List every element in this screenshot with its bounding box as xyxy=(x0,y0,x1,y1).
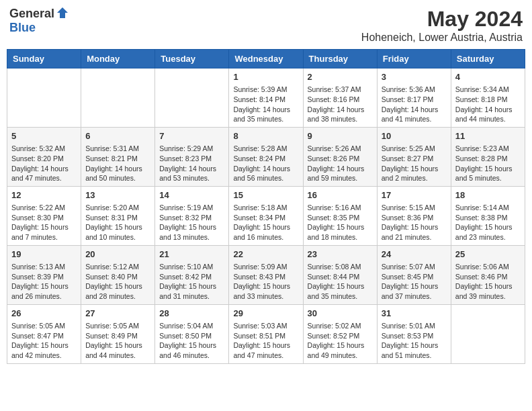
day-number: 6 xyxy=(85,130,150,142)
calendar-cell xyxy=(451,304,525,363)
day-info: Sunrise: 5:15 AM Sunset: 8:36 PM Dayligh… xyxy=(382,203,447,242)
logo: General Blue xyxy=(9,7,69,35)
calendar-week-4: 19Sunrise: 5:13 AM Sunset: 8:39 PM Dayli… xyxy=(7,245,525,304)
calendar-cell: 11Sunrise: 5:23 AM Sunset: 8:28 PM Dayli… xyxy=(451,127,525,186)
calendar-cell: 17Sunrise: 5:15 AM Sunset: 8:36 PM Dayli… xyxy=(377,186,451,245)
calendar-cell: 2Sunrise: 5:37 AM Sunset: 8:16 PM Daylig… xyxy=(303,68,377,128)
page-header: General Blue May 2024 Hoheneich, Lower A… xyxy=(7,7,525,44)
calendar-cell: 8Sunrise: 5:28 AM Sunset: 8:24 PM Daylig… xyxy=(229,127,303,186)
day-number: 4 xyxy=(455,71,521,83)
day-info: Sunrise: 5:20 AM Sunset: 8:31 PM Dayligh… xyxy=(85,203,150,242)
day-number: 19 xyxy=(11,248,77,261)
day-info: Sunrise: 5:31 AM Sunset: 8:21 PM Dayligh… xyxy=(85,144,150,183)
calendar-cell: 22Sunrise: 5:09 AM Sunset: 8:43 PM Dayli… xyxy=(229,245,303,304)
day-number: 26 xyxy=(11,308,77,320)
day-info: Sunrise: 5:39 AM Sunset: 8:14 PM Dayligh… xyxy=(233,85,298,124)
day-number: 16 xyxy=(308,189,373,201)
svg-marker-0 xyxy=(57,7,68,18)
day-number: 14 xyxy=(159,189,224,201)
calendar-cell: 3Sunrise: 5:36 AM Sunset: 8:17 PM Daylig… xyxy=(377,68,451,128)
day-number: 21 xyxy=(159,248,224,261)
day-number: 20 xyxy=(85,248,150,261)
day-info: Sunrise: 5:08 AM Sunset: 8:44 PM Dayligh… xyxy=(308,262,373,302)
day-number: 27 xyxy=(85,308,150,320)
day-info: Sunrise: 5:32 AM Sunset: 8:20 PM Dayligh… xyxy=(11,144,77,183)
calendar-cell: 1Sunrise: 5:39 AM Sunset: 8:14 PM Daylig… xyxy=(229,68,303,128)
calendar-cell: 31Sunrise: 5:01 AM Sunset: 8:53 PM Dayli… xyxy=(377,304,451,363)
day-info: Sunrise: 5:03 AM Sunset: 8:51 PM Dayligh… xyxy=(233,321,298,361)
day-number: 13 xyxy=(85,189,150,201)
day-info: Sunrise: 5:36 AM Sunset: 8:17 PM Dayligh… xyxy=(382,85,447,124)
calendar-week-2: 5Sunrise: 5:32 AM Sunset: 8:20 PM Daylig… xyxy=(7,127,525,186)
day-info: Sunrise: 5:09 AM Sunset: 8:43 PM Dayligh… xyxy=(233,262,298,302)
day-number: 24 xyxy=(382,248,447,261)
day-info: Sunrise: 5:02 AM Sunset: 8:52 PM Dayligh… xyxy=(308,321,373,361)
day-number: 31 xyxy=(382,308,447,320)
day-number: 7 xyxy=(159,130,224,142)
calendar-cell: 10Sunrise: 5:25 AM Sunset: 8:27 PM Dayli… xyxy=(377,127,451,186)
day-info: Sunrise: 5:22 AM Sunset: 8:30 PM Dayligh… xyxy=(11,203,77,242)
day-info: Sunrise: 5:12 AM Sunset: 8:40 PM Dayligh… xyxy=(85,262,150,302)
calendar-cell: 26Sunrise: 5:05 AM Sunset: 8:47 PM Dayli… xyxy=(7,304,81,363)
day-info: Sunrise: 5:19 AM Sunset: 8:32 PM Dayligh… xyxy=(159,203,224,242)
calendar-cell xyxy=(155,68,229,128)
calendar-header-saturday: Saturday xyxy=(451,50,525,68)
day-number: 30 xyxy=(308,308,373,320)
location-subtitle: Hoheneich, Lower Austria, Austria xyxy=(361,32,523,44)
calendar-cell: 13Sunrise: 5:20 AM Sunset: 8:31 PM Dayli… xyxy=(81,186,155,245)
calendar-cell xyxy=(81,68,155,128)
day-number: 23 xyxy=(308,248,373,261)
logo-general-text: General xyxy=(9,7,54,21)
day-number: 15 xyxy=(233,189,298,201)
day-number: 22 xyxy=(233,248,298,261)
calendar-cell: 24Sunrise: 5:07 AM Sunset: 8:45 PM Dayli… xyxy=(377,245,451,304)
calendar-cell: 20Sunrise: 5:12 AM Sunset: 8:40 PM Dayli… xyxy=(81,245,155,304)
calendar-table: SundayMondayTuesdayWednesdayThursdayFrid… xyxy=(7,49,525,364)
logo-icon xyxy=(56,6,69,19)
day-info: Sunrise: 5:25 AM Sunset: 8:27 PM Dayligh… xyxy=(382,144,447,183)
calendar-cell: 12Sunrise: 5:22 AM Sunset: 8:30 PM Dayli… xyxy=(7,186,81,245)
day-number: 25 xyxy=(455,248,521,261)
day-info: Sunrise: 5:29 AM Sunset: 8:23 PM Dayligh… xyxy=(159,144,224,183)
day-number: 29 xyxy=(233,308,298,320)
calendar-cell: 30Sunrise: 5:02 AM Sunset: 8:52 PM Dayli… xyxy=(303,304,377,363)
calendar-cell: 9Sunrise: 5:26 AM Sunset: 8:26 PM Daylig… xyxy=(303,127,377,186)
day-number: 11 xyxy=(455,130,521,142)
day-info: Sunrise: 5:37 AM Sunset: 8:16 PM Dayligh… xyxy=(308,85,373,124)
day-info: Sunrise: 5:06 AM Sunset: 8:46 PM Dayligh… xyxy=(455,262,521,302)
calendar-cell: 21Sunrise: 5:10 AM Sunset: 8:42 PM Dayli… xyxy=(155,245,229,304)
day-number: 28 xyxy=(159,308,224,320)
day-info: Sunrise: 5:05 AM Sunset: 8:49 PM Dayligh… xyxy=(85,321,150,361)
day-info: Sunrise: 5:01 AM Sunset: 8:53 PM Dayligh… xyxy=(382,321,447,361)
calendar-header-monday: Monday xyxy=(81,50,155,68)
day-info: Sunrise: 5:04 AM Sunset: 8:50 PM Dayligh… xyxy=(159,321,224,361)
day-number: 9 xyxy=(308,130,373,142)
calendar-header-sunday: Sunday xyxy=(7,50,81,68)
calendar-header-row: SundayMondayTuesdayWednesdayThursdayFrid… xyxy=(7,50,525,68)
day-info: Sunrise: 5:13 AM Sunset: 8:39 PM Dayligh… xyxy=(11,262,77,302)
title-section: May 2024 Hoheneich, Lower Austria, Austr… xyxy=(361,7,523,44)
day-info: Sunrise: 5:23 AM Sunset: 8:28 PM Dayligh… xyxy=(455,144,521,183)
day-number: 2 xyxy=(308,71,373,83)
calendar-cell: 14Sunrise: 5:19 AM Sunset: 8:32 PM Dayli… xyxy=(155,186,229,245)
day-info: Sunrise: 5:07 AM Sunset: 8:45 PM Dayligh… xyxy=(382,262,447,302)
calendar-cell: 29Sunrise: 5:03 AM Sunset: 8:51 PM Dayli… xyxy=(229,304,303,363)
calendar-cell: 28Sunrise: 5:04 AM Sunset: 8:50 PM Dayli… xyxy=(155,304,229,363)
calendar-header-tuesday: Tuesday xyxy=(155,50,229,68)
calendar-cell: 6Sunrise: 5:31 AM Sunset: 8:21 PM Daylig… xyxy=(81,127,155,186)
calendar-header-thursday: Thursday xyxy=(303,50,377,68)
calendar-cell: 27Sunrise: 5:05 AM Sunset: 8:49 PM Dayli… xyxy=(81,304,155,363)
logo-blue-text: Blue xyxy=(9,21,36,35)
calendar-cell: 7Sunrise: 5:29 AM Sunset: 8:23 PM Daylig… xyxy=(155,127,229,186)
month-title: May 2024 xyxy=(361,7,523,32)
day-number: 8 xyxy=(233,130,298,142)
day-info: Sunrise: 5:34 AM Sunset: 8:18 PM Dayligh… xyxy=(455,85,521,124)
day-number: 17 xyxy=(382,189,447,201)
day-info: Sunrise: 5:05 AM Sunset: 8:47 PM Dayligh… xyxy=(11,321,77,361)
day-info: Sunrise: 5:28 AM Sunset: 8:24 PM Dayligh… xyxy=(233,144,298,183)
calendar-week-3: 12Sunrise: 5:22 AM Sunset: 8:30 PM Dayli… xyxy=(7,186,525,245)
calendar-header-wednesday: Wednesday xyxy=(229,50,303,68)
day-number: 5 xyxy=(11,130,77,142)
day-info: Sunrise: 5:10 AM Sunset: 8:42 PM Dayligh… xyxy=(159,262,224,302)
day-number: 12 xyxy=(11,189,77,201)
